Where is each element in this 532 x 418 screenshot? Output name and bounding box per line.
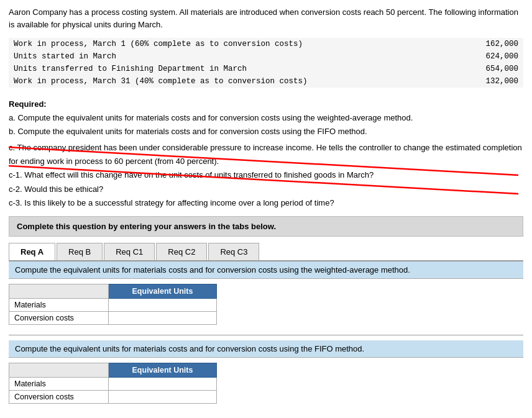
req-c1-text: c-1. What effect will this change have o… [9,168,523,182]
wa-materials-label: Materials [9,298,109,311]
intro-paragraph: Aaron Company has a process costing syst… [9,6,523,30]
table-row: Units transferred to Finishing Departmen… [9,63,523,75]
fifo-table: Equivalent Units Materials Conversion co… [9,363,217,404]
row-value: 132,000 [474,75,523,88]
required-section: Required: a. Compute the equivalent unit… [9,98,523,210]
fifo-empty-header [9,363,109,377]
req-a: a. Compute the equivalent units for mate… [9,111,523,125]
row-label: Work in process, March 31 (40% complete … [9,75,474,88]
required-label: Required: [9,98,523,111]
req-c3-text: c-3. Is this likely to be a successful s… [9,196,523,210]
wa-conversion-input[interactable] [114,314,211,322]
wa-conversion-input-cell[interactable] [109,311,217,324]
fifo-materials-input[interactable] [114,379,211,388]
req-c2-text: c-2. Would this be ethical? [9,183,523,196]
fifo-materials-input-cell[interactable] [109,377,217,390]
row-label: Work in process, March 1 (60% complete a… [9,38,474,50]
tab-req-a[interactable]: Req A [9,243,55,260]
tab-req-c3[interactable]: Req C3 [208,243,259,260]
tabs-bar: Req A Req B Req C1 Req C2 Req C3 [9,243,523,261]
section-divider [9,335,523,335]
fifo-equiv-units-header: Equivalent Units [109,363,217,377]
fifo-materials-label: Materials [9,377,109,390]
req-c-text: c. The company president has been under … [9,141,523,168]
table-row: Units started in March 624,000 [9,50,523,63]
data-table: Work in process, March 1 (60% complete a… [9,38,523,88]
weighted-avg-header: Compute the equivalent units for materia… [9,261,523,279]
wa-conversion-label: Conversion costs [9,311,109,324]
wa-materials-input-cell[interactable] [109,298,217,311]
wa-empty-header [9,284,109,298]
fifo-conversion-row: Conversion costs [9,390,217,403]
wa-materials-row: Materials [9,298,217,311]
req-c-strikethrough-block: c. The company president has been under … [9,141,523,209]
tab-req-c1[interactable]: Req C1 [104,243,155,260]
req-b: b. Compute the equivalent units for mate… [9,125,523,139]
tab-req-b[interactable]: Req B [57,243,103,260]
table-row: Work in process, March 1 (60% complete a… [9,38,523,50]
wa-conversion-row: Conversion costs [9,311,217,324]
row-value: 624,000 [474,50,523,63]
row-label: Units transferred to Finishing Departmen… [9,63,474,75]
wa-equiv-units-header: Equivalent Units [109,284,217,298]
complete-box: Complete this question by entering your … [9,216,523,237]
weighted-avg-table: Equivalent Units Materials Conversion co… [9,284,217,325]
fifo-materials-row: Materials [9,377,217,390]
wa-materials-input[interactable] [114,301,211,309]
fifo-conversion-label: Conversion costs [9,390,109,403]
row-label: Units started in March [9,50,474,63]
tab-req-c2[interactable]: Req C2 [156,243,207,260]
row-value: 162,000 [474,38,523,50]
table-row: Work in process, March 31 (40% complete … [9,75,523,88]
fifo-conversion-input-cell[interactable] [109,390,217,403]
row-value: 654,000 [474,63,523,75]
fifo-header: Compute the equivalent units for materia… [9,340,523,358]
fifo-conversion-input[interactable] [114,393,211,401]
